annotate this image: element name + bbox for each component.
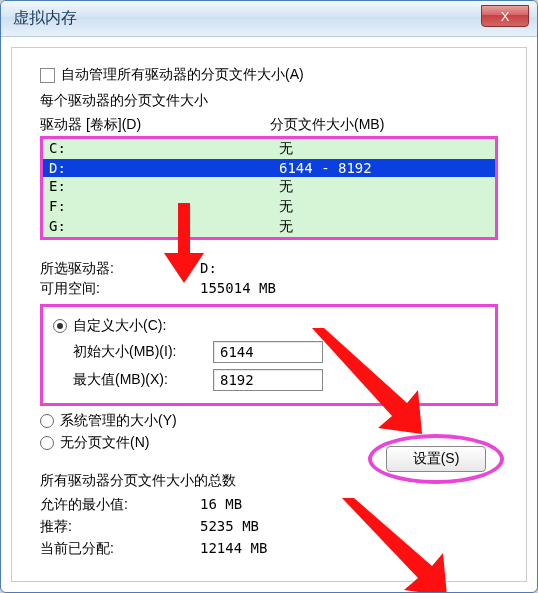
free-space-label: 可用空间: [40,280,200,298]
drive-page: 无 [279,198,489,216]
totals-header: 所有驱动器分页文件大小的总数 [40,472,498,490]
selected-drive-value: D: [200,260,217,278]
drive-page: 无 [279,140,489,158]
max-size-row: 最大值(MB)(X): 8192 [73,369,485,391]
drive-letter: C: [49,140,279,158]
system-managed-row: 系统管理的大小(Y) [40,412,498,430]
drive-letter: G: [49,218,279,236]
set-button-label: 设置(S) [413,450,460,468]
free-space-value: 155014 MB [200,280,276,298]
total-min-value: 16 MB [200,496,242,514]
custom-size-radio-row: 自定义大小(C): [53,317,485,335]
system-managed-label: 系统管理的大小(Y) [60,412,177,430]
column-drive-header: 驱动器 [卷标](D) [40,116,270,134]
total-min-label: 允许的最小值: [40,496,200,514]
list-item[interactable]: D: 6144 - 8192 [43,159,495,177]
close-icon: X [501,9,510,24]
close-button[interactable]: X [481,5,529,27]
set-button[interactable]: 设置(S) [386,446,486,472]
list-item[interactable]: G: 无 [43,217,495,237]
list-item[interactable]: E: 无 [43,177,495,197]
custom-size-radio[interactable] [53,319,67,333]
initial-size-row: 初始大小(MB)(I): 6144 [73,341,485,363]
max-size-input[interactable]: 8192 [213,369,323,391]
selected-drive-row: 所选驱动器: D: [40,260,498,278]
total-cur-value: 12144 MB [200,540,267,558]
auto-manage-checkbox[interactable] [40,68,55,83]
system-managed-radio[interactable] [40,414,54,428]
max-size-label: 最大值(MB)(X): [73,371,213,389]
drive-letter: F: [49,198,279,216]
initial-size-label: 初始大小(MB)(I): [73,343,213,361]
total-rec-row: 推荐: 5235 MB [40,518,498,536]
total-rec-label: 推荐: [40,518,200,536]
total-cur-row: 当前已分配: 12144 MB [40,540,498,558]
columns-header: 驱动器 [卷标](D) 分页文件大小(MB) [40,116,498,134]
totals-section: 所有驱动器分页文件大小的总数 允许的最小值: 16 MB 推荐: 5235 MB… [40,472,498,558]
total-min-row: 允许的最小值: 16 MB [40,496,498,514]
list-item[interactable]: F: 无 [43,197,495,217]
window-title: 虚拟内存 [13,8,77,29]
column-page-header: 分页文件大小(MB) [270,116,498,134]
dialog-window: 虚拟内存 X 自动管理所有驱动器的分页文件大小(A) 每个驱动器的分页文件大小 … [0,0,538,593]
initial-size-input[interactable]: 6144 [213,341,323,363]
list-item[interactable]: C: 无 [43,139,495,159]
drive-page: 无 [279,178,489,196]
drive-page: 6144 - 8192 [279,160,489,176]
drive-letter: E: [49,178,279,196]
drive-list[interactable]: C: 无 D: 6144 - 8192 E: 无 F: 无 G: 无 [40,136,498,240]
drive-page: 无 [279,218,489,236]
auto-manage-label: 自动管理所有驱动器的分页文件大小(A) [61,66,304,84]
drive-letter: D: [49,160,279,176]
titlebar: 虚拟内存 X [1,1,537,37]
total-cur-label: 当前已分配: [40,540,200,558]
auto-manage-row: 自动管理所有驱动器的分页文件大小(A) [40,66,498,84]
no-paging-radio[interactable] [40,436,54,450]
per-drive-label: 每个驱动器的分页文件大小 [40,92,498,110]
selected-drive-label: 所选驱动器: [40,260,200,278]
custom-size-box: 自定义大小(C): 初始大小(MB)(I): 6144 最大值(MB)(X): … [40,304,498,406]
custom-size-label: 自定义大小(C): [73,317,166,335]
no-paging-label: 无分页文件(N) [60,434,149,452]
free-space-row: 可用空间: 155014 MB [40,280,498,298]
total-rec-value: 5235 MB [200,518,259,536]
content-area: 自动管理所有驱动器的分页文件大小(A) 每个驱动器的分页文件大小 驱动器 [卷标… [11,47,527,582]
